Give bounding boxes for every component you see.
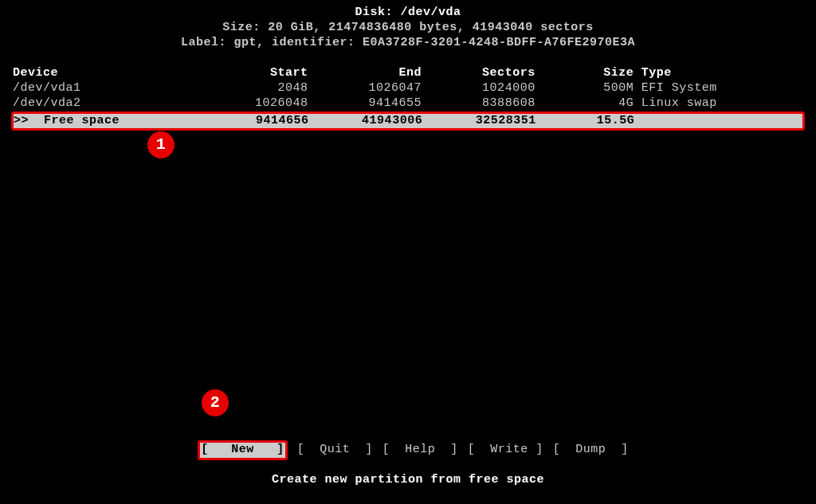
action-new-highlight: [ New ] [198, 440, 288, 460]
selected-row-highlight: >> Free space 9414656 41943006 32528351 … [11, 111, 805, 131]
action-dump[interactable]: [ Dump ] [548, 443, 634, 458]
action-bar: [ New ][ Quit ][ Help ][ Write ][ Dump ] [0, 426, 816, 461]
hint-text: Create new partition from free space [0, 473, 816, 488]
sel-indicator: >> [14, 114, 37, 127]
cell-end: 1026047 [308, 81, 422, 95]
column-headers: Device Start End Sectors Size Type [0, 66, 816, 81]
col-size: Size [536, 66, 634, 80]
action-new[interactable]: [ New ] [200, 443, 285, 458]
partition-row[interactable]: /dev/vda2 1026048 9414655 8388608 4G Lin… [0, 96, 816, 111]
col-start: Start [218, 66, 308, 80]
cell-start: 2048 [218, 81, 308, 95]
cell-sectors: 1024000 [422, 81, 536, 95]
cell-end: 41943006 [309, 114, 423, 127]
cell-type: EFI System [641, 81, 717, 95]
annotation-callout-2: 2 [202, 389, 229, 416]
cell-start: 9414656 [218, 114, 309, 127]
cell-sectors: 8388608 [422, 96, 536, 110]
disk-title: Disk: /dev/vda [0, 6, 816, 21]
disk-size-line: Size: 20 GiB, 21474836480 bytes, 4194304… [0, 21, 816, 36]
cell-sectors: 32528351 [422, 114, 536, 127]
cell-size: 500M [536, 81, 634, 95]
partition-list: /dev/vda1 2048 1026047 1024000 500M EFI … [0, 81, 816, 111]
cell-size: 15.5G [536, 114, 635, 127]
cell-device: /dev/vda2 [13, 96, 218, 110]
cell-device: /dev/vda1 [13, 81, 218, 95]
action-quit[interactable]: [ Quit ] [292, 443, 378, 458]
action-write[interactable]: [ Write ] [463, 443, 548, 458]
col-type: Type [641, 66, 732, 80]
partition-row[interactable]: /dev/vda1 2048 1026047 1024000 500M EFI … [0, 81, 816, 96]
action-help[interactable]: [ Help ] [378, 443, 463, 458]
cell-type: Linux swap [641, 96, 717, 110]
disk-label-line: Label: gpt, identifier: E0A3728F-3201-42… [0, 36, 816, 51]
cell-end: 9414655 [308, 96, 422, 110]
cell-size: 4G [536, 96, 634, 110]
partition-row-selected[interactable]: >> Free space 9414656 41943006 32528351 … [14, 114, 802, 129]
annotation-callout-1: 1 [147, 131, 175, 158]
col-end: End [308, 66, 422, 80]
cell-device: Free space [44, 114, 218, 127]
col-device: Device [13, 66, 218, 80]
cell-start: 1026048 [218, 96, 308, 110]
col-sectors: Sectors [422, 66, 536, 80]
